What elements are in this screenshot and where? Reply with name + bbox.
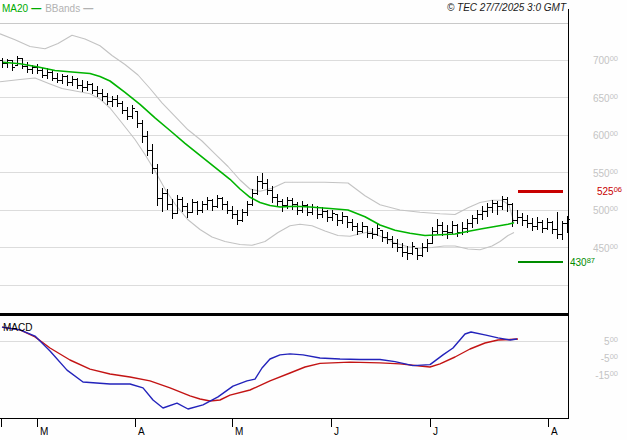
ohlc-bar [195, 201, 199, 215]
ohlc-bar [295, 202, 299, 215]
ohlc-bar [255, 176, 259, 195]
ohlc-bar [65, 75, 69, 86]
ohlc-bar [535, 217, 539, 230]
ohlc-bar [115, 95, 119, 107]
price-axis-label: 45000 [570, 243, 618, 254]
ohlc-bar [425, 239, 429, 253]
ohlc-bar [215, 195, 219, 208]
ohlc-bar [80, 80, 84, 91]
ohlc-bar [265, 179, 269, 196]
ohlc-bar [540, 220, 544, 233]
ohlc-bar [455, 224, 459, 238]
ohlc-bar [350, 219, 354, 231]
ohlc-bar [225, 201, 229, 214]
month-label: J [433, 427, 438, 437]
ohlc-bar [410, 242, 414, 256]
ohlc-bar [475, 210, 479, 224]
ohlc-bar [240, 209, 244, 223]
ohlc-bar [500, 196, 504, 210]
ma20-legend-swatch: — [31, 3, 41, 14]
ohlc-bar [395, 239, 399, 252]
ohlc-bar [105, 93, 109, 105]
ohlc-bar [205, 197, 209, 211]
ohlc-bar [450, 221, 454, 235]
ohlc-bar [480, 206, 484, 220]
price-axis-label: 60000 [570, 130, 618, 141]
copyright-timestamp: © TEC 27/7/2025 3:0 GMT [447, 2, 566, 13]
ohlc-bar [330, 210, 334, 221]
macd-line [2, 327, 517, 409]
ohlc-bar [70, 76, 74, 87]
stock-chart-window: MA20 — BBands — © TEC 27/7/2025 3:0 GMT … [0, 0, 627, 440]
ohlc-bar [520, 213, 524, 226]
resistance-level-label: 52506 [538, 186, 622, 197]
ohlc-bar [60, 74, 64, 85]
ohlc-bar [340, 212, 344, 223]
month-label: M [235, 427, 243, 437]
ohlc-bar [75, 78, 79, 89]
ma20-legend-label[interactable]: MA20 [2, 3, 28, 14]
ohlc-bar [325, 210, 329, 222]
ohlc-bar [35, 64, 39, 74]
ohlc-bar [530, 218, 534, 231]
ohlc-bar [130, 105, 134, 119]
ohlc-bar [245, 201, 249, 216]
ohlc-bar [200, 201, 204, 213]
ohlc-bar [220, 197, 224, 210]
ohlc-bar [525, 215, 529, 228]
bollinger-lower-band [0, 78, 514, 250]
ohlc-bar [190, 199, 194, 213]
ohlc-bar [95, 86, 99, 97]
ohlc-bar [550, 221, 554, 234]
ohlc-bar [470, 215, 474, 229]
ohlc-bar [135, 111, 139, 128]
ohlc-bar [495, 201, 499, 215]
ohlc-bar [55, 73, 59, 84]
candles-group [0, 56, 569, 261]
ohlc-bar [385, 232, 389, 244]
ohlc-bar [160, 188, 164, 212]
indicator-legend: MA20 — BBands — [2, 3, 97, 14]
price-axis-label: 70000 [570, 55, 618, 66]
ohlc-bar [560, 221, 564, 241]
macd-panel-title: MACD [3, 322, 32, 333]
macd-signal-line [2, 327, 518, 401]
ohlc-bar [275, 194, 279, 208]
ohlc-bar [40, 68, 44, 79]
support-level-label: 43087 [570, 257, 595, 268]
ohlc-bar [90, 83, 94, 94]
macd-axis-label: -1500 [570, 370, 618, 381]
month-label: A [138, 427, 145, 437]
ohlc-bar [405, 246, 409, 260]
ohlc-bar [445, 225, 449, 239]
ohlc-bar [120, 101, 124, 114]
month-label: J [334, 427, 339, 437]
ohlc-bar [555, 212, 559, 238]
ohlc-bar [260, 173, 264, 189]
ohlc-bar [230, 206, 234, 220]
ohlc-bar [545, 218, 549, 230]
ohlc-bar [290, 198, 294, 210]
ohlc-bar [380, 230, 384, 242]
ohlc-bar [235, 210, 239, 225]
ohlc-bar [490, 200, 494, 214]
macd-axis-label: 500 [570, 336, 618, 347]
ohlc-bar [335, 214, 339, 226]
ohlc-bar [140, 120, 144, 143]
bbands-legend-label[interactable]: BBands [45, 3, 80, 14]
ohlc-bar [355, 223, 359, 235]
bbands-legend-swatch: — [83, 3, 93, 14]
ohlc-bar [505, 197, 509, 211]
ohlc-bar [85, 81, 89, 91]
ohlc-bar [125, 107, 129, 121]
macd-axis-label: -500 [570, 353, 618, 364]
ohlc-bar [420, 243, 424, 257]
ohlc-bar [435, 219, 439, 234]
ohlc-bar [155, 164, 159, 207]
ohlc-bar [515, 210, 519, 224]
ohlc-bar [360, 222, 364, 233]
ohlc-bar [165, 189, 169, 210]
month-label: A [551, 427, 558, 437]
ohlc-bar [100, 89, 104, 100]
panel-separator [0, 313, 569, 316]
